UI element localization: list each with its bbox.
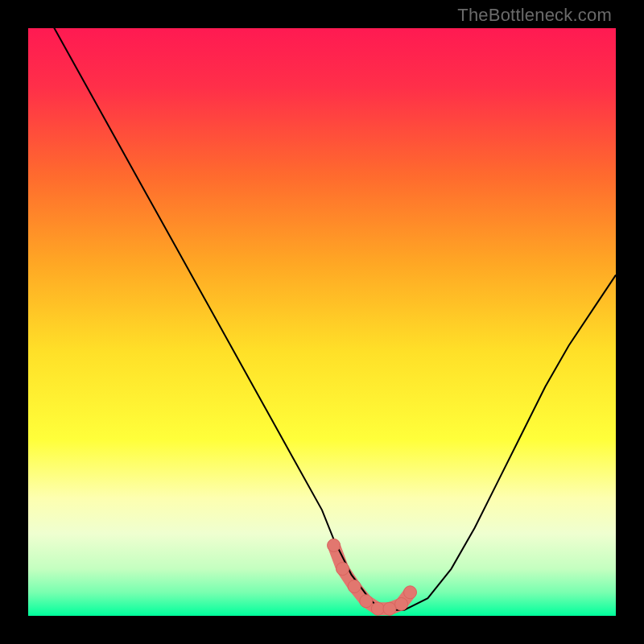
optimal-marker-dot — [395, 597, 408, 610]
optimal-marker-dot — [404, 586, 417, 599]
plot-area — [28, 28, 616, 616]
optimal-marker-dot — [348, 580, 361, 593]
optimal-marker-dot — [383, 602, 396, 615]
bottleneck-chart — [28, 28, 616, 616]
watermark-label: TheBottleneck.com — [457, 5, 612, 26]
optimal-marker-dot — [328, 539, 341, 551]
optimal-marker-dot — [336, 563, 349, 576]
optimal-marker-dot — [371, 602, 384, 615]
chart-frame: TheBottleneck.com — [0, 0, 644, 644]
gradient-background — [28, 28, 616, 616]
optimal-marker-dot — [360, 595, 373, 608]
